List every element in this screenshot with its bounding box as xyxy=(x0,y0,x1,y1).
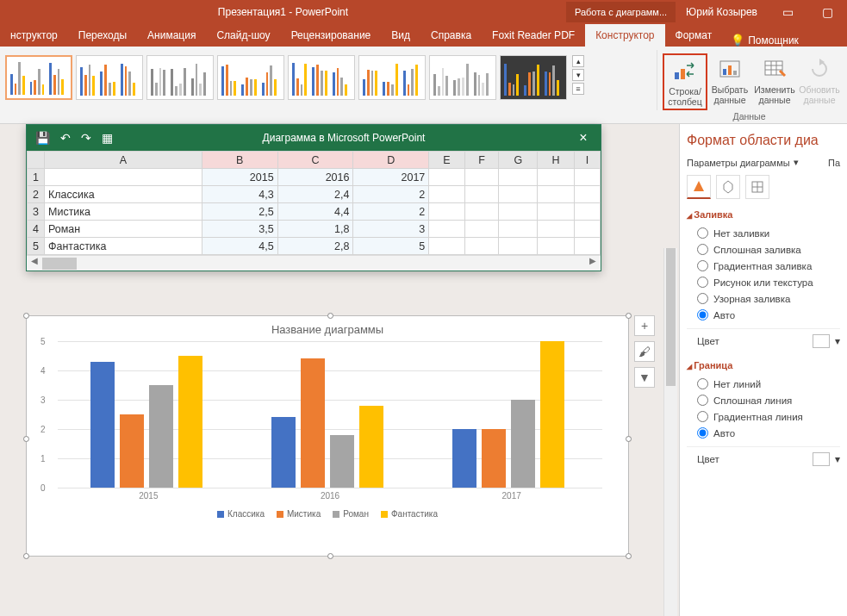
chart-style-thumb[interactable] xyxy=(146,55,214,100)
ribbon-tab-9[interactable]: Формат xyxy=(665,24,723,47)
cell[interactable] xyxy=(575,238,601,255)
fill-line-icon[interactable] xyxy=(687,175,711,199)
chart-bar[interactable] xyxy=(120,414,144,488)
ribbon-tab-5[interactable]: Вид xyxy=(381,24,420,47)
legend-item[interactable]: Роман xyxy=(333,509,369,519)
cell[interactable]: 2,5 xyxy=(202,203,277,221)
chart-filters-button[interactable]: ▼ xyxy=(634,367,655,388)
cell[interactable]: 4,5 xyxy=(202,238,277,255)
cell[interactable]: 4,4 xyxy=(277,203,353,221)
legend-item[interactable]: Классика xyxy=(217,509,265,519)
cell[interactable]: Роман xyxy=(45,221,202,238)
col-header[interactable]: D xyxy=(353,152,429,169)
chart-style-thumb[interactable] xyxy=(358,55,426,100)
fill-color-swatch[interactable] xyxy=(813,334,830,348)
cell[interactable] xyxy=(429,238,464,255)
cell[interactable] xyxy=(499,203,538,221)
cell[interactable]: 2,4 xyxy=(277,186,353,203)
undo-icon[interactable]: ↶ xyxy=(60,131,71,145)
row-header[interactable]: 1 xyxy=(28,169,45,186)
cell[interactable] xyxy=(575,221,601,238)
cell[interactable]: 2 xyxy=(353,203,429,221)
cell[interactable]: 2017 xyxy=(353,169,429,186)
ribbon-tab-1[interactable]: Переходы xyxy=(68,24,137,47)
chart-styles-gallery[interactable]: ▴▾≡ xyxy=(5,50,657,123)
row-header[interactable]: 2 xyxy=(28,186,45,203)
chart-plot-area[interactable]: 012345 xyxy=(58,341,602,488)
fill-option[interactable]: Рисунок или текстура xyxy=(687,274,840,290)
cell[interactable]: Мистика xyxy=(45,203,202,221)
pane-subtitle[interactable]: Параметры диаграммы xyxy=(687,158,790,168)
sheet-grid[interactable]: ABCDEFGHI12015201620172Классика4,32,423М… xyxy=(27,151,601,255)
ribbon-tab-0[interactable]: нструктор xyxy=(0,24,68,47)
border-color-row[interactable]: Цвет ▾ xyxy=(687,446,840,471)
save-icon[interactable]: 💾 xyxy=(35,131,50,145)
fill-option[interactable]: Нет заливки xyxy=(687,225,840,241)
help-label[interactable]: Помощник xyxy=(748,34,799,47)
cell[interactable]: 3,5 xyxy=(202,221,277,238)
edit-data-button[interactable]: Изменить данные xyxy=(752,53,797,107)
cell[interactable] xyxy=(464,238,499,255)
col-header[interactable]: E xyxy=(429,152,464,169)
chart-elements-button[interactable]: + xyxy=(634,315,655,336)
cell[interactable]: 3 xyxy=(353,221,429,238)
cell[interactable] xyxy=(429,169,464,186)
chart-bar[interactable] xyxy=(511,400,535,488)
ribbon-tab-7[interactable]: Foxit Reader PDF xyxy=(482,24,585,47)
cell[interactable] xyxy=(575,169,601,186)
chart-style-thumb[interactable] xyxy=(217,55,284,100)
chart-bar-group[interactable] xyxy=(271,358,383,488)
cell[interactable] xyxy=(538,238,575,255)
vertical-scrollbar[interactable] xyxy=(663,248,677,616)
chart-bar[interactable] xyxy=(178,356,202,488)
table-icon[interactable]: ▦ xyxy=(102,131,113,145)
chart-style-thumb[interactable] xyxy=(500,55,567,100)
chart-bar[interactable] xyxy=(149,385,173,488)
cell[interactable] xyxy=(429,186,464,203)
switch-row-column-button[interactable]: Строка/ столбец xyxy=(663,53,707,110)
cell[interactable] xyxy=(499,238,538,255)
cell[interactable]: 4,3 xyxy=(202,186,277,203)
border-color-swatch[interactable] xyxy=(813,452,830,466)
border-option[interactable]: Авто xyxy=(687,425,840,441)
fill-section-header[interactable]: Заливка xyxy=(687,209,840,220)
col-header[interactable]: F xyxy=(464,152,499,169)
border-option[interactable]: Нет линий xyxy=(687,376,840,392)
ribbon-tab-8[interactable]: Конструктор xyxy=(585,24,664,47)
chart-bar[interactable] xyxy=(90,362,115,488)
gallery-more-button[interactable]: ▴▾≡ xyxy=(572,55,584,95)
chart-bar[interactable] xyxy=(271,417,296,488)
chart-bar[interactable] xyxy=(330,435,354,488)
legend-item[interactable]: Мистика xyxy=(277,509,321,519)
chart-bar[interactable] xyxy=(452,429,476,488)
cell[interactable] xyxy=(499,221,538,238)
ribbon-tab-6[interactable]: Справка xyxy=(420,24,482,47)
redo-icon[interactable]: ↷ xyxy=(81,131,91,145)
fill-color-row[interactable]: Цвет ▾ xyxy=(687,328,840,353)
chart-title[interactable]: Название диаграммы xyxy=(27,316,628,341)
cell[interactable] xyxy=(429,203,464,221)
effects-icon[interactable] xyxy=(716,175,740,199)
border-option[interactable]: Градиентная линия xyxy=(687,408,840,425)
embedded-spreadsheet[interactable]: 💾 ↶ ↷ ▦ Диаграмма в Microsoft PowerPoint… xyxy=(26,124,601,271)
chart-bar-group[interactable] xyxy=(452,341,564,488)
cell[interactable] xyxy=(45,169,202,186)
row-header[interactable]: 5 xyxy=(28,238,45,255)
col-header[interactable]: I xyxy=(575,152,601,169)
cell[interactable] xyxy=(538,221,575,238)
border-option[interactable]: Сплошная линия xyxy=(687,392,840,408)
cell[interactable]: 5 xyxy=(353,238,429,255)
cell[interactable] xyxy=(464,221,499,238)
collapse-icon[interactable]: ▭ xyxy=(768,5,807,19)
cell[interactable] xyxy=(575,203,601,221)
chart-bar[interactable] xyxy=(301,358,325,488)
col-header[interactable]: B xyxy=(202,152,277,169)
cell[interactable]: 2 xyxy=(353,186,429,203)
cell[interactable] xyxy=(464,169,499,186)
cell[interactable]: 2015 xyxy=(202,169,277,186)
row-header[interactable]: 4 xyxy=(28,221,45,238)
fill-option[interactable]: Авто xyxy=(687,307,840,323)
dropdown-icon[interactable]: ▾ xyxy=(835,335,840,347)
ribbon-tab-3[interactable]: Слайд-шоу xyxy=(206,24,280,47)
user-name[interactable]: Юрий Козырев xyxy=(676,6,768,18)
